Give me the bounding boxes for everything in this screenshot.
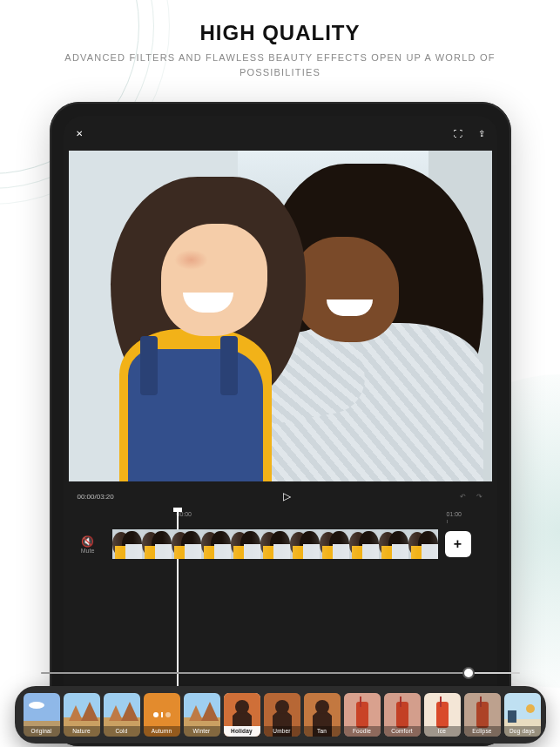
svg-point-8 [153, 712, 159, 717]
filter-label: Nature [64, 726, 100, 737]
filter-label: Tan [304, 726, 341, 737]
hero-subtitle: ADVANCED FILTERS AND FLAWLESS BEAUTY EFF… [35, 50, 525, 79]
clip-thumb[interactable] [260, 529, 290, 559]
close-icon[interactable]: ✕ [76, 129, 83, 138]
tablet-frame: ✕ ⛶ ⇪ 00:00/03:20 ▷ ↶ ↷ 00:00 [50, 102, 511, 746]
mute-icon: 🔇 [64, 535, 112, 548]
svg-point-15 [235, 700, 249, 714]
filter-umber[interactable]: Umber [264, 693, 300, 737]
clip-thumb[interactable] [231, 529, 260, 559]
filter-winter[interactable]: Winter [184, 693, 220, 737]
filter-ice[interactable]: Ice [424, 693, 461, 737]
filter-label: Winter [184, 726, 220, 737]
slider-thumb[interactable] [462, 667, 475, 679]
editor-topbar: ✕ ⛶ ⇪ [64, 116, 497, 151]
clip-thumb[interactable] [172, 529, 201, 559]
video-preview[interactable] [69, 151, 492, 481]
fullscreen-icon[interactable]: ⛶ [454, 129, 462, 138]
filter-nature[interactable]: Nature [64, 693, 100, 737]
filter-intensity-slider[interactable] [41, 665, 520, 681]
timeline-ruler: 00:00 01:00 [116, 511, 497, 523]
export-icon[interactable]: ⇪ [478, 129, 485, 138]
filter-holiday[interactable]: Holiday [224, 693, 260, 737]
filter-label: Dog days [504, 726, 541, 737]
filter-original[interactable]: Original [24, 693, 60, 737]
clip-thumb[interactable] [112, 529, 142, 559]
filter-label: Eclipse [464, 726, 501, 737]
svg-point-41 [526, 704, 535, 713]
filter-label: Holiday [224, 726, 260, 737]
filter-label: Umber [264, 726, 300, 737]
ruler-tick: 00:00 [177, 511, 192, 517]
clip-thumb[interactable] [201, 529, 231, 559]
clip-strip[interactable] [112, 529, 438, 559]
svg-point-18 [275, 700, 289, 714]
redo-button[interactable]: ↷ [476, 493, 482, 501]
filter-eclipse[interactable]: Eclipse [464, 693, 501, 737]
filter-foodie[interactable]: Foodie [344, 693, 381, 737]
filter-autumn[interactable]: Autumn [144, 693, 180, 737]
svg-rect-40 [508, 710, 516, 723]
playback-bar: 00:00/03:20 ▷ ↶ ↷ [64, 481, 497, 508]
filter-comfort[interactable]: Comfort [384, 693, 421, 737]
clip-thumb[interactable] [142, 529, 172, 559]
filter-tray: OriginalNatureColdAutumnWinterHolidayUmb… [15, 665, 546, 744]
clip-thumb[interactable] [290, 529, 320, 559]
clip-thumb[interactable] [320, 529, 349, 559]
filter-label: Ice [424, 726, 461, 737]
filter-list[interactable]: OriginalNatureColdAutumnWinterHolidayUmb… [15, 686, 546, 744]
filter-label: Comfort [384, 726, 421, 737]
time-counter: 00:00/03:20 [78, 493, 114, 501]
add-clip-button[interactable]: + [445, 531, 471, 557]
undo-button[interactable]: ↶ [460, 493, 466, 501]
ruler-tick: 01:00 [447, 511, 462, 517]
svg-point-21 [315, 700, 329, 714]
filter-label: Autumn [144, 726, 180, 737]
play-button[interactable]: ▷ [283, 490, 291, 502]
filter-tan[interactable]: Tan [304, 693, 341, 737]
hero-title: HIGH QUALITY [35, 21, 525, 45]
filter-cold[interactable]: Cold [104, 693, 140, 737]
clip-thumb[interactable] [408, 529, 438, 559]
app-screen: ✕ ⛶ ⇪ 00:00/03:20 ▷ ↶ ↷ 00:00 [64, 116, 497, 732]
clip-thumb[interactable] [379, 529, 408, 559]
filter-label: Original [24, 726, 60, 737]
svg-rect-10 [161, 712, 163, 717]
mute-label: Mute [81, 548, 95, 554]
preview-area [64, 151, 497, 481]
mute-toggle[interactable]: 🔇 Mute [64, 535, 112, 554]
clip-thumb[interactable] [349, 529, 379, 559]
filter-label: Cold [104, 726, 140, 737]
svg-point-9 [165, 712, 171, 717]
filter-label: Foodie [344, 726, 381, 737]
filter-dog-days[interactable]: Dog days [504, 693, 541, 737]
svg-point-2 [29, 702, 44, 709]
hero: HIGH QUALITY ADVANCED FILTERS AND FLAWLE… [0, 0, 560, 95]
